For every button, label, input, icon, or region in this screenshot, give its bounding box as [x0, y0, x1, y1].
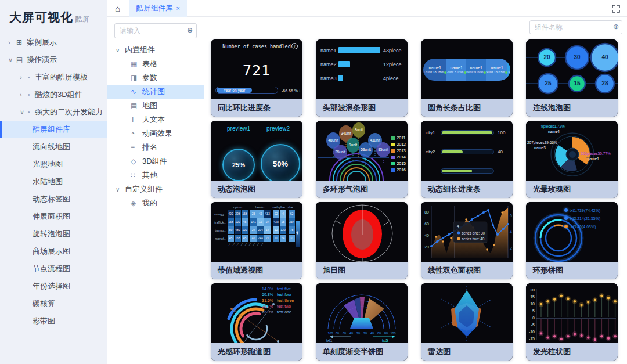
chevron-down-icon[interactable]: ∨ — [8, 56, 16, 64]
heatmap-cell[interactable]: 120 — [235, 218, 241, 226]
heatmap-cell[interactable]: 45 — [242, 218, 248, 226]
heatmap-cell[interactable]: 298 — [235, 210, 241, 218]
legend-row: 2015 — [391, 160, 406, 167]
heatmap-cell[interactable]: 45 — [242, 235, 248, 242]
tree-item[interactable]: ◈我的 — [107, 196, 204, 210]
component-card[interactable]: 雷达图 — [421, 283, 513, 361]
sidebar-item[interactable]: 商场展示图 — [0, 243, 107, 260]
tree-item[interactable]: T大文本 — [107, 113, 204, 127]
heatmap-cell[interactable]: 12 — [257, 218, 264, 226]
component-card[interactable]: 48unit 34unit 8unit 9unit 35unit 53unit … — [316, 121, 408, 198]
component-card[interactable]: 20151050-5-10-15 发光柱状图 — [526, 283, 618, 361]
tree-group[interactable]: ∨自定义组件 — [107, 182, 204, 196]
heatmap-cell[interactable]: 21 — [264, 235, 271, 242]
tree-item[interactable]: ◇3D组件 — [107, 154, 204, 168]
tree-item[interactable]: ▦表格 — [107, 57, 204, 71]
heatmap-cell[interactable]: 168 — [228, 218, 234, 226]
tab-component-library[interactable]: 酷屏组件库× — [129, 0, 187, 17]
sidebar-item[interactable]: ›•丰富的酷屏模板 — [0, 69, 107, 86]
sidebar-item[interactable]: 旋转泡泡图 — [0, 225, 107, 243]
sidebar-item[interactable]: 光照地图 — [0, 156, 107, 173]
sidebar-item[interactable]: ›•酷炫的3D组件 — [0, 86, 107, 103]
heatmap-cell[interactable]: 80 — [228, 226, 234, 234]
component-card[interactable]: 14.8%test five60.8%test four31.6%test th… — [211, 283, 302, 361]
tree-item[interactable]: ≡排名 — [107, 140, 204, 154]
component-card[interactable]: city1 100 city2 40 动态细长进度条 — [421, 121, 513, 198]
sidebar-item[interactable]: ∨▤操作演示 — [0, 51, 107, 69]
sidebar-item[interactable]: ∨•强大的二次开发能力 — [0, 103, 107, 121]
half-pie-scale: 1008060402020406080100 — [327, 331, 395, 335]
heatmap-cell[interactable]: 4 — [280, 210, 286, 218]
heatmap-cell[interactable]: 12 — [273, 226, 279, 234]
heatmap-group: 62 — [289, 210, 296, 218]
sidebar-item[interactable]: ›⊞案例展示 — [0, 34, 107, 51]
component-card[interactable]: 80 60 40 20 6 4 2 — [421, 202, 513, 279]
sidebar-item[interactable]: 水陆地图 — [0, 173, 107, 190]
chevron-down-icon[interactable]: ∨ — [116, 47, 125, 53]
heatmap-cell[interactable]: 25 — [280, 218, 286, 226]
heatmap-cell[interactable]: 438 — [273, 218, 279, 226]
tree-search-input[interactable] — [114, 23, 197, 38]
tree-item[interactable]: ∿统计图 — [107, 85, 204, 99]
heatmap-cell[interactable]: 31 — [289, 235, 295, 242]
component-search-input[interactable] — [529, 20, 622, 34]
search-locate-icon[interactable]: ⊕ — [613, 23, 619, 31]
component-card[interactable]: 1008060402020406080100 txt1 txt5 单刻度渐变半饼… — [316, 283, 408, 361]
heatmap-cell[interactable]: 27 — [264, 218, 271, 226]
heatmap-cell[interactable]: 244 — [257, 235, 264, 242]
home-icon[interactable]: ⌂ — [115, 3, 120, 13]
heatmap-cell[interactable]: 400 — [228, 210, 234, 218]
heatmap-cell[interactable]: 24 — [250, 226, 257, 234]
heatmap-cell[interactable]: 294 — [257, 226, 264, 234]
heatmap-cell[interactable]: 42 — [257, 210, 264, 218]
heatmap-cell[interactable]: 141 — [250, 218, 257, 226]
heatmap-cell[interactable]: 54 — [280, 235, 286, 242]
heatmap-cell[interactable]: 62 — [289, 210, 295, 218]
heatmap-cell[interactable]: 168 — [235, 235, 241, 242]
sidebar-item[interactable]: 彩带图 — [0, 312, 107, 330]
sidebar-item[interactable]: 酷屏组件库 — [0, 121, 107, 138]
sidebar-item[interactable]: 年份选择图 — [0, 277, 107, 295]
fullscreen-icon[interactable] — [612, 5, 620, 15]
component-card[interactable]: 9pieces1.72%name4 207pieces39.66%name3 2… — [526, 121, 618, 198]
close-icon[interactable]: × — [176, 5, 180, 12]
heatmap-cell[interactable]: 480 — [235, 226, 241, 234]
tree-item[interactable]: ▤地图 — [107, 99, 204, 113]
tree-group[interactable]: ∨内置组件 — [107, 43, 204, 57]
tree-item[interactable]: ◨参数 — [107, 71, 204, 85]
heatmap-cell[interactable]: 45 — [228, 235, 234, 242]
component-card[interactable]: name112unit 18.18% name12unit 3.03% name… — [421, 39, 513, 117]
chevron-down-icon[interactable]: ∨ — [20, 109, 28, 116]
chevron-right-icon[interactable]: › — [20, 74, 28, 81]
sidebar-item[interactable]: 伸展面积图 — [0, 208, 107, 225]
sidebar-item[interactable]: 碳核算 — [0, 295, 107, 312]
chevron-right-icon[interactable]: › — [20, 91, 28, 98]
heatmap-cell[interactable]: 22 — [273, 210, 279, 218]
component-card[interactable]: name1 43piece name2 12piece name3 4piece — [316, 39, 408, 117]
tree-item[interactable]: ∷其他 — [107, 168, 204, 182]
component-card[interactable]: 旭日图 — [316, 202, 408, 279]
sidebar-item[interactable]: 动态标签图 — [0, 190, 107, 208]
sidebar-item[interactable]: 节点流程图 — [0, 260, 107, 277]
component-card[interactable]: txt1:739(74.42%)txt2:214(21.55%)txt3:40(… — [526, 202, 618, 279]
heatmap-cell[interactable]: 120 — [242, 226, 248, 234]
tooltip-series: series one: 30 — [462, 231, 485, 235]
heatmap-cell[interactable]: 70 — [273, 235, 279, 242]
heatmap-cell[interactable]: 42 — [250, 235, 257, 242]
component-card[interactable]: Number of cases handled i 721 Year-on-ye… — [211, 39, 302, 117]
heatmap-cell[interactable]: 168 — [242, 210, 248, 218]
chevron-right-icon[interactable]: › — [8, 39, 16, 46]
sidebar-item-label: 酷屏组件库 — [33, 124, 70, 135]
chevron-down-icon[interactable]: ∨ — [116, 186, 125, 193]
locate-icon[interactable]: ⊕ — [187, 26, 193, 34]
component-card[interactable]: opiumheroinmethylben...others smugg...40… — [211, 202, 302, 279]
component-card[interactable]: 20 30 40 25 15 28 连线泡泡图 — [526, 39, 618, 117]
heatmap-cell[interactable]: 129 — [280, 226, 286, 234]
component-card[interactable]: preview1 preview2 25% 50% 动态泡泡图 — [211, 121, 302, 198]
heatmap-cell[interactable]: 23 — [250, 210, 257, 218]
heatmap-cell[interactable]: 433 — [264, 210, 271, 218]
heatmap-cell[interactable]: 234 — [289, 218, 295, 226]
tree-item[interactable]: ◔动画效果 — [107, 127, 204, 140]
heatmap-cell[interactable]: 14 — [264, 226, 271, 234]
sidebar-item[interactable]: 流向线地图 — [0, 138, 107, 156]
